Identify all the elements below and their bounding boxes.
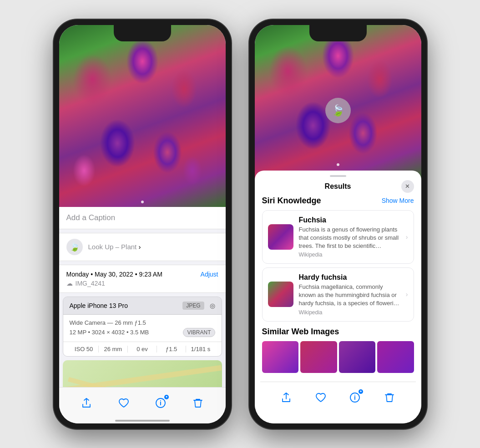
cloud-icon: ☁ xyxy=(66,280,73,287)
notch-2 xyxy=(309,25,367,41)
delete-button[interactable] xyxy=(189,394,207,412)
page-indicator-2 xyxy=(337,163,339,166)
siri-knowledge-section: Siri Knowledge Show More Fuchsia Fuchsia… xyxy=(255,196,421,322)
photo-display-2[interactable]: 🍃 xyxy=(255,25,421,180)
visual-lookup-button[interactable]: 🍃 xyxy=(325,98,351,123)
exif-row: ISO 50 26 mm 0 ev ƒ1.5 1/181 s xyxy=(63,342,222,356)
results-drag-handle xyxy=(330,175,346,177)
result-description-1: Fuchsia is a genus of flowering plants t… xyxy=(299,226,400,251)
result-source-1: Wikipedia xyxy=(299,252,400,258)
info-button-2[interactable]: i ✦ xyxy=(346,388,364,407)
phone1-content: Add a Caption 🍃 Look Up – Plant › Monday… xyxy=(59,25,226,423)
page-indicator xyxy=(141,201,144,203)
photo-toolbar: i ✦ xyxy=(59,387,226,423)
result-source-2: Wikipedia xyxy=(299,309,400,316)
adjust-button[interactable]: Adjust xyxy=(201,271,218,278)
info-button[interactable]: i ✦ xyxy=(152,394,170,412)
lookup-icon: 🍃 xyxy=(66,239,83,255)
like-button-2[interactable] xyxy=(312,388,330,407)
device-badges: JPEG ◎ xyxy=(182,302,215,310)
date-section: Monday • May 30, 2022 • 9:23 AM Adjust ☁… xyxy=(59,265,226,293)
show-more-button[interactable]: Show More xyxy=(382,197,414,204)
main-container: Add a Caption 🍃 Look Up – Plant › Monday… xyxy=(54,20,427,429)
caption-placeholder[interactable]: Add a Caption xyxy=(66,213,116,222)
camera-type: Wide Camera — 26 mm ƒ1.5 xyxy=(70,319,215,326)
siri-knowledge-title: Siri Knowledge xyxy=(262,196,321,206)
similar-image-2[interactable] xyxy=(300,341,337,373)
similar-images-grid xyxy=(262,341,414,373)
filename-text: IMG_4241 xyxy=(76,280,105,287)
phone-2: 🍃 Results ✕ Siri Knowledge Show More xyxy=(249,20,427,429)
exif-iso: ISO 50 xyxy=(70,346,99,352)
similar-images-section: Similar Web Images xyxy=(255,327,421,373)
result-info-1: Fuchsia Fuchsia is a genus of flowering … xyxy=(299,216,400,258)
share-button-2[interactable] xyxy=(277,388,295,407)
lookup-label: Look Up – Plant › xyxy=(88,243,141,251)
result-info-2: Hardy fuchsia Fuchsia magellanica, commo… xyxy=(299,273,400,316)
exif-focal: 26 mm xyxy=(99,346,128,352)
photo-toolbar-2: i ✦ xyxy=(260,382,416,418)
result-description-2: Fuchsia magellanica, commonly known as t… xyxy=(299,283,400,308)
siri-knowledge-header: Siri Knowledge Show More xyxy=(262,196,414,206)
home-indicator-1 xyxy=(115,420,170,422)
date-row: Monday • May 30, 2022 • 9:23 AM Adjust xyxy=(66,271,218,278)
result-card-hardy-fuchsia[interactable]: Hardy fuchsia Fuchsia magellanica, commo… xyxy=(262,267,414,322)
share-button[interactable] xyxy=(77,394,96,412)
exif-aperture: ƒ1.5 xyxy=(157,346,186,352)
leaf-icon: 🍃 xyxy=(331,104,345,117)
device-row: Apple iPhone 13 Pro JPEG ◎ xyxy=(63,297,222,315)
lookup-text: Look Up – xyxy=(88,243,119,251)
results-title: Results xyxy=(325,182,351,191)
similar-image-3[interactable] xyxy=(339,341,376,373)
result-name-2: Hardy fuchsia xyxy=(299,273,400,282)
exif-ev: 0 ev xyxy=(128,346,157,352)
svg-text:i: i xyxy=(354,394,356,401)
filename-row: ☁ IMG_4241 xyxy=(66,280,218,287)
like-button[interactable] xyxy=(115,394,133,412)
result-chevron-1: › xyxy=(406,233,408,241)
location-icon: ◎ xyxy=(210,302,215,309)
device-section: Apple iPhone 13 Pro JPEG ◎ Wide Camera —… xyxy=(63,297,222,357)
result-thumbnail-2 xyxy=(268,282,293,307)
notch-1 xyxy=(114,25,171,41)
delete-button-2[interactable] xyxy=(380,388,399,407)
phone2-content: 🍃 Results ✕ Siri Knowledge Show More xyxy=(255,25,421,423)
caption-section: Add a Caption xyxy=(59,207,226,229)
exif-shutter: 1/181 s xyxy=(186,346,215,352)
jpeg-badge: JPEG xyxy=(182,302,204,310)
phone-1: Add a Caption 🍃 Look Up – Plant › Monday… xyxy=(54,20,231,429)
results-header: Results ✕ xyxy=(255,181,421,196)
phone-1-inner: Add a Caption 🍃 Look Up – Plant › Monday… xyxy=(59,25,226,423)
vibrant-badge: VIBRANT xyxy=(183,328,215,337)
similar-title: Similar Web Images xyxy=(262,327,414,337)
result-thumbnail-1 xyxy=(268,224,293,250)
result-name-1: Fuchsia xyxy=(299,216,400,224)
similar-image-4[interactable] xyxy=(377,341,414,373)
result-card-fuchsia[interactable]: Fuchsia Fuchsia is a genus of flowering … xyxy=(262,210,414,264)
similar-image-1[interactable] xyxy=(262,341,299,373)
device-name: Apple iPhone 13 Pro xyxy=(70,302,128,309)
camera-specs: 12 MP • 3024 × 4032 • 3.5 MB xyxy=(70,329,149,336)
camera-details: Wide Camera — 26 mm ƒ1.5 12 MP • 3024 × … xyxy=(63,315,222,342)
camera-row2: 12 MP • 3024 × 4032 • 3.5 MB VIBRANT xyxy=(70,328,215,337)
result-chevron-2: › xyxy=(406,291,408,298)
lookup-row[interactable]: 🍃 Look Up – Plant › xyxy=(59,233,226,261)
flower-image xyxy=(59,25,226,207)
close-button[interactable]: ✕ xyxy=(401,180,414,193)
svg-text:i: i xyxy=(160,399,162,407)
photo-display[interactable] xyxy=(59,25,226,207)
phone-2-inner: 🍃 Results ✕ Siri Knowledge Show More xyxy=(255,25,421,423)
date-text: Monday • May 30, 2022 • 9:23 AM xyxy=(66,271,162,278)
lookup-subject: Plant xyxy=(119,243,136,251)
